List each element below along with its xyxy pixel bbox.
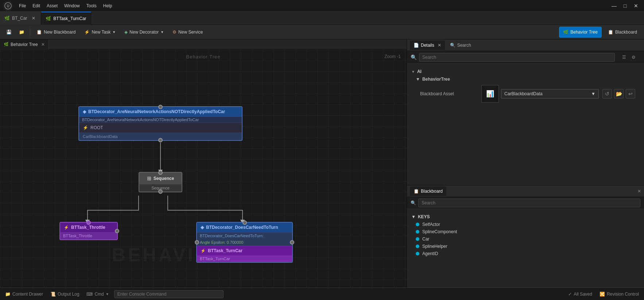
menu-tools[interactable]: Tools	[84, 3, 100, 9]
content-drawer-btn[interactable]: 📁 Content Drawer	[3, 290, 45, 299]
service-icon: ⚙	[172, 30, 176, 35]
bb-key-name-spline: SplineComponent	[422, 229, 457, 234]
bb-close-btn[interactable]: ✕	[637, 189, 641, 194]
all-saved-icon: ✓	[568, 292, 572, 297]
bb-key-car[interactable]: Car	[407, 235, 644, 243]
section-ai-label: AI	[417, 69, 422, 74]
output-log-btn[interactable]: 📜 Output Log	[48, 290, 81, 299]
details-search-input[interactable]	[419, 53, 615, 62]
right-panel: 📄 Details ✕ 🔍 Search 🔍 ☰ ⚙	[407, 39, 644, 288]
subsection-bt-header[interactable]: ▼ BehaviorTree	[411, 76, 644, 83]
bb-key-splinehelper[interactable]: SplineHelper	[407, 243, 644, 250]
new-service-button[interactable]: ⚙ New Service	[168, 27, 207, 38]
minimize-button[interactable]: —	[609, 2, 619, 10]
details-settings-btn[interactable]: ⚙	[629, 53, 637, 61]
dropdown-arrow: ▼	[591, 91, 595, 96]
maximize-button[interactable]: □	[620, 2, 630, 10]
details-tab-icon: 📄	[414, 43, 419, 48]
cmd-dropdown: ▼	[106, 292, 109, 296]
ue-logo: U	[3, 1, 13, 11]
new-task-button[interactable]: ⚡ New Task ▼	[80, 27, 120, 38]
connector-left-decorator2	[195, 240, 199, 245]
node-sequence[interactable]: ⊞ Sequence Sequence	[139, 172, 182, 192]
console-input[interactable]	[114, 290, 224, 298]
menu-edit[interactable]: Edit	[30, 3, 43, 9]
bb-key-dot-agentid	[416, 252, 419, 255]
task-throttle-label: BTTask_Throttle	[60, 232, 117, 239]
subsection-bt-label: BehaviorTree	[422, 77, 450, 82]
bb-key-agentid[interactable]: AgentID	[407, 250, 644, 257]
details-tab-close[interactable]: ✕	[438, 43, 441, 48]
node-task-turn[interactable]: ⚡ BTTask_TurnCar BTTask_TurnCar	[197, 246, 292, 262]
behavior-tree-view-button[interactable]: 🌿 Behavior Tree	[559, 27, 602, 38]
details-content: ▼ AI ▼ BehaviorTree Blackboard Asset	[407, 64, 644, 185]
tab-blackboard[interactable]: 📋 Blackboard	[410, 186, 446, 196]
tab-bttask-icon: 🌿	[46, 16, 51, 21]
canvas-zoom: Zoom -1	[384, 54, 401, 59]
asset-undo-btn[interactable]: ↩	[626, 89, 635, 99]
save-icon: 💾	[6, 30, 12, 35]
cmd-label: Cmd	[94, 292, 104, 297]
new-decorator-label: New Decorator	[129, 30, 159, 35]
window-controls: — □ ✕	[609, 2, 641, 10]
asset-reset-btn[interactable]: ↺	[602, 89, 612, 99]
blackboard-view-button[interactable]: 📋 Blackboard	[604, 27, 641, 38]
blackboard-asset-dropdown[interactable]: CarBlackboardData ▼	[501, 89, 599, 99]
revision-control-btn[interactable]: 🔀 Revision Control	[597, 290, 641, 299]
new-decorator-button[interactable]: ◈ New Decorator ▼	[120, 27, 168, 38]
connector-top-throttle	[86, 220, 91, 225]
sequence-title: Sequence	[154, 176, 174, 181]
bb-search-input[interactable]	[418, 199, 640, 207]
all-saved-indicator[interactable]: ✓ All Saved	[566, 290, 594, 299]
bt-editor-tab[interactable]: 🌿 Behavior Tree ✕	[0, 39, 49, 50]
tab-bt-car-close[interactable]: ✕	[31, 15, 36, 21]
bb-content: ▼ KEYS SelfActor SplineComponent Car	[407, 209, 644, 288]
node-decorator2[interactable]: ◈ BTDecorator_DoesCarNeedToTurn BTDecora…	[196, 222, 293, 263]
close-button[interactable]: ✕	[631, 2, 641, 10]
bt-editor-tab-icon: 🌿	[4, 42, 9, 47]
toolbar-view-controls: 🌿 Behavior Tree 📋 Blackboard	[559, 27, 641, 38]
editor-tabbar: 🌿 BT_Car ✕ 🌿 BTTask_TurnCar	[0, 12, 644, 25]
details-search-icon: 🔍	[411, 54, 417, 60]
tab-bttask-turncar[interactable]: 🌿 BTTask_TurnCar	[41, 12, 91, 25]
tab-bt-car[interactable]: 🌿 BT_Car ✕	[0, 12, 41, 25]
menu-asset[interactable]: Asset	[44, 3, 61, 9]
bt-canvas[interactable]: Behavior Tree Zoom -1 BEHAVIOR TREE	[0, 50, 407, 288]
new-blackboard-label: New Blackboard	[44, 30, 75, 35]
node-decorator-root[interactable]: ◈ BTDecorator_AreNeuralNetworkActionsNOT…	[78, 106, 243, 141]
main-toolbar: 💾 📁 📋 New Blackboard ⚡ New Task ▼ ◈ New …	[0, 25, 644, 39]
blackboard-asset-actions: ↺ 📂 ↩	[602, 89, 635, 99]
tab-details[interactable]: 📄 Details ✕	[410, 41, 445, 50]
bb-key-dot-selfactor	[416, 223, 419, 226]
decorator2-sublabel: BTDecorator_DoesCarNeedToTurn:	[197, 232, 292, 239]
bb-key-spline[interactable]: SplineComponent	[407, 228, 644, 235]
bb-keys-header[interactable]: ▼ KEYS	[407, 213, 644, 221]
menu-window[interactable]: Window	[61, 3, 83, 9]
details-panel: 📄 Details ✕ 🔍 Search 🔍 ☰ ⚙	[407, 39, 644, 185]
blackboard-asset-thumbnail[interactable]: 📊	[481, 85, 499, 103]
menu-help[interactable]: Help	[100, 3, 115, 9]
menu-file[interactable]: File	[16, 3, 29, 9]
asset-browse-btn[interactable]: 📂	[614, 89, 624, 99]
root-icon: ⚡	[83, 125, 88, 130]
details-layout-btn[interactable]: ☰	[620, 53, 628, 61]
bt-editor-tab-label: Behavior Tree	[11, 42, 38, 47]
titlebar: U File Edit Asset Window Tools Help — □ …	[0, 0, 644, 12]
connector-top-decorator2	[243, 220, 247, 225]
new-blackboard-button[interactable]: 📋 New Blackboard	[32, 27, 79, 38]
task-throttle-icon: ⚡	[64, 225, 69, 230]
subsection-bt-arrow: ▼	[416, 77, 420, 82]
bb-key-name-selfactor: SelfActor	[422, 222, 440, 227]
bb-tab-icon: 📋	[414, 189, 419, 194]
property-blackboard-asset: Blackboard Asset 📊 CarBlackboardData ▼	[411, 83, 644, 105]
cmd-btn[interactable]: ⌨ Cmd ▼	[84, 290, 111, 299]
bb-key-selfactor[interactable]: SelfActor	[407, 221, 644, 228]
tab-search[interactable]: 🔍 Search	[446, 41, 475, 50]
browse-button[interactable]: 📁	[16, 27, 28, 38]
connector-bottom-sequence	[158, 189, 163, 194]
save-button[interactable]: 💾	[3, 27, 15, 38]
bt-editor-tab-close[interactable]: ✕	[41, 42, 45, 47]
node-task-throttle[interactable]: ⚡ BTTask_Throttle BTTask_Throttle	[59, 222, 118, 240]
section-ai-header[interactable]: ▼ AI	[407, 68, 644, 76]
behavior-tree-view-label: Behavior Tree	[570, 30, 598, 35]
